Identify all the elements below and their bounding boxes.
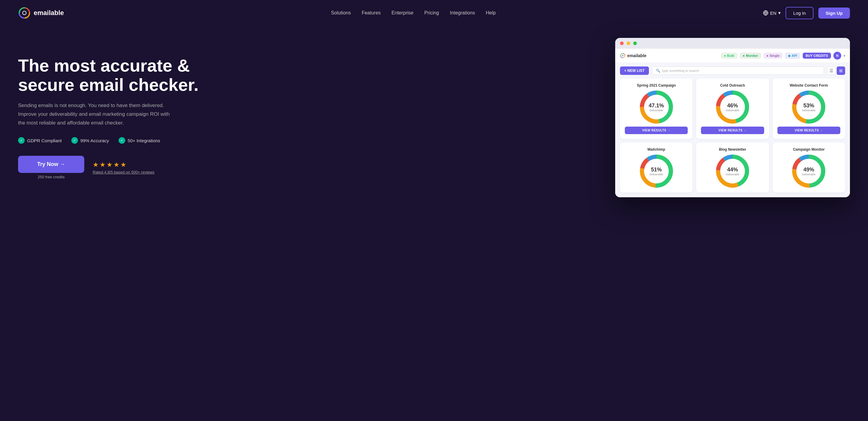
search-bar[interactable]: 🔍 type something to search (652, 66, 824, 75)
donut-chart: 44% Deliverable (716, 155, 749, 188)
donut-chart: 46% Deliverable (716, 91, 749, 124)
badge-gdpr: ✓ GDPR Compliant (18, 137, 62, 144)
check-icon: ✓ (71, 137, 78, 144)
donut-center: 51% Deliverable (650, 167, 663, 176)
chevron-down-icon: ▾ (844, 54, 845, 58)
donut-chart: 53% Deliverable (792, 91, 825, 124)
nav-solutions[interactable]: Solutions (331, 10, 351, 15)
donut-center: 47.1% Deliverable (649, 102, 664, 112)
view-toggle: ☰ ⊞ (827, 66, 845, 75)
donut-chart: 51% Deliverable (640, 155, 673, 188)
language-selector[interactable]: EN ▾ (763, 10, 781, 15)
cards-grid: Spring 2021 Campaign 47.1% Deliverable V… (615, 78, 850, 197)
close-dot (620, 41, 624, 45)
browser-window: emailable ● Bulk ● Monitor ● (615, 38, 850, 197)
card-title: Campaign Monitor (793, 148, 825, 152)
deliverable-label: Deliverable (802, 173, 816, 176)
star-3: ★ (106, 161, 113, 169)
lang-label: EN (770, 10, 776, 15)
nav-enterprise[interactable]: Enterprise (392, 10, 413, 15)
buy-credits-button[interactable]: BUY CREDITS (803, 53, 831, 59)
dash-logo-text: emailable (627, 53, 647, 58)
deliverable-label: Deliverable (802, 109, 816, 112)
nav-integrations[interactable]: Integrations (450, 10, 475, 15)
star-rating: ★ ★ ★ ★ ★ (93, 161, 154, 169)
star-5: ★ (120, 161, 126, 169)
dash-tab-bulk[interactable]: ● Bulk (721, 53, 737, 59)
logo-text: emailable (34, 9, 64, 17)
navigation: emailable Solutions Features Enterprise … (0, 0, 868, 26)
dashboard-card: Website Contact Form 53% Deliverable VIE… (773, 78, 845, 139)
card-title: Mailchimp (647, 148, 665, 152)
deliverable-percent: 51% (651, 167, 662, 172)
dashboard-card: Mailchimp 51% Deliverable (620, 142, 692, 192)
hero-description: Sending emails is not enough. You need t… (18, 101, 175, 128)
dash-header: emailable ● Bulk ● Monitor ● (615, 49, 850, 63)
donut-chart: 47.1% Deliverable (640, 91, 673, 124)
donut-center: 46% Deliverable (726, 102, 739, 112)
svg-point-1 (23, 11, 26, 15)
free-credits-label: 250 free credits (38, 175, 65, 179)
card-title: Website Contact Form (790, 83, 828, 88)
nav-features[interactable]: Features (362, 10, 381, 15)
new-list-button[interactable]: + NEW LIST (620, 66, 649, 75)
hero-actions: Try Now → 250 free credits ★ ★ ★ ★ ★ Rat… (18, 156, 199, 179)
check-icon: ✓ (119, 137, 125, 144)
hero-section: The most accurate & secure email checker… (0, 26, 868, 215)
badge-integrations: ✓ 50+ Integrations (119, 137, 160, 144)
star-1: ★ (93, 161, 99, 169)
dash-tab-single[interactable]: ● Single (764, 53, 783, 59)
nav-help[interactable]: Help (486, 10, 496, 15)
svg-point-4 (622, 55, 623, 56)
dashboard-card: Blog Newsletter 44% Deliverable (696, 142, 769, 192)
minimize-dot (627, 41, 630, 45)
hero-badges: ✓ GDPR Compliant ✓ 99% Accuracy ✓ 50+ In… (18, 137, 199, 144)
try-now-wrap: Try Now → 250 free credits (18, 156, 84, 179)
check-icon: ✓ (18, 137, 25, 144)
dashboard-content: emailable ● Bulk ● Monitor ● (615, 49, 850, 197)
grid-view-icon[interactable]: ⊞ (837, 66, 845, 75)
search-icon: 🔍 (656, 69, 660, 73)
hero-title: The most accurate & secure email checker… (18, 56, 199, 94)
svg-point-0 (18, 7, 30, 19)
nav-pricing[interactable]: Pricing (424, 10, 439, 15)
donut-center: 44% Deliverable (726, 167, 739, 176)
card-title: Spring 2021 Campaign (637, 83, 676, 88)
badge-accuracy: ✓ 99% Accuracy (71, 137, 109, 144)
donut-chart: 49% Deliverable (792, 155, 825, 188)
donut-center: 49% Deliverable (802, 167, 816, 176)
maximize-dot (633, 41, 637, 45)
view-results-button[interactable]: VIEW RESULTS → (625, 127, 688, 134)
dashboard-card: Campaign Monitor 49% Deliverable (773, 142, 845, 192)
deliverable-percent: 47.1% (649, 102, 664, 108)
deliverable-label: Deliverable (726, 109, 739, 112)
view-results-button[interactable]: VIEW RESULTS → (701, 127, 764, 134)
dashboard-preview: emailable ● Bulk ● Monitor ● (217, 38, 850, 197)
deliverable-percent: 53% (803, 102, 814, 108)
deliverable-percent: 49% (803, 167, 814, 172)
nav-links: Solutions Features Enterprise Pricing In… (331, 10, 496, 15)
search-placeholder: type something to search (662, 69, 699, 72)
star-2: ★ (100, 161, 106, 169)
dashboard-card: Cold Outreach 46% Deliverable VIEW RESUL… (696, 78, 769, 139)
signup-button[interactable]: Sign Up (818, 7, 850, 19)
dash-tab-api[interactable]: ◆ API (785, 53, 800, 59)
deliverable-label: Deliverable (649, 109, 664, 112)
list-view-icon[interactable]: ☰ (827, 66, 836, 75)
login-button[interactable]: Log In (785, 7, 814, 19)
chevron-down-icon: ▾ (778, 10, 781, 15)
dash-tab-monitor[interactable]: ● Monitor (740, 53, 761, 59)
hero-content: The most accurate & secure email checker… (18, 56, 199, 179)
logo[interactable]: emailable (18, 7, 64, 19)
rating-section: ★ ★ ★ ★ ★ Rated 4.8/5 based on 500+ revi… (93, 161, 154, 174)
dash-logo: emailable (620, 53, 647, 58)
try-now-button[interactable]: Try Now → (18, 156, 84, 173)
deliverable-percent: 44% (727, 167, 738, 172)
dashboard-card: Spring 2021 Campaign 47.1% Deliverable V… (620, 78, 692, 139)
deliverable-percent: 46% (727, 102, 738, 108)
browser-toolbar (615, 38, 850, 49)
rating-text[interactable]: Rated 4.8/5 based on 500+ reviews (93, 170, 154, 174)
view-results-button[interactable]: VIEW RESULTS → (777, 127, 840, 134)
user-avatar[interactable]: N (833, 52, 841, 60)
card-title: Blog Newsletter (719, 148, 746, 152)
